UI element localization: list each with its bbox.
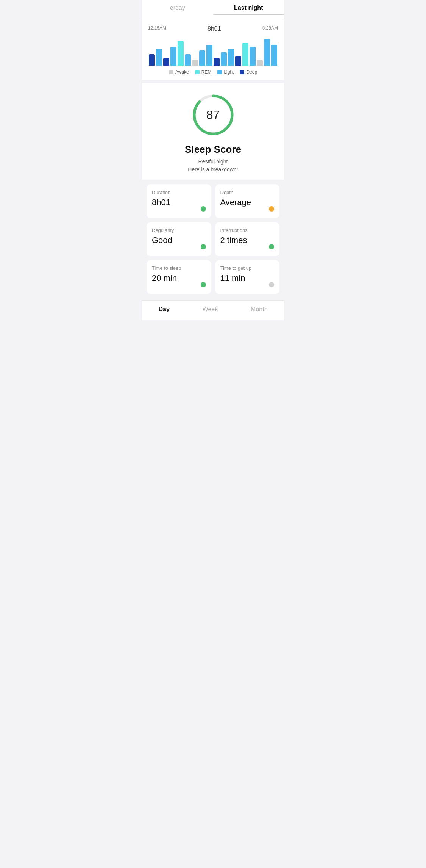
sleep-bar (242, 43, 248, 66)
sleep-bar (185, 54, 191, 66)
sleep-bar (199, 50, 205, 66)
sleep-bar (149, 54, 155, 66)
stat-dot-duration (201, 206, 206, 212)
stat-card-depth: Depth Average (215, 184, 280, 218)
stat-value-depth: Average (220, 197, 275, 207)
legend-dot (169, 70, 173, 74)
legend-label: Light (224, 69, 234, 75)
stat-card-time-to-sleep: Time to sleep 20 min (147, 260, 211, 294)
legend-dot (195, 70, 200, 74)
legend-item-light: Light (217, 69, 234, 75)
legend-label: Deep (246, 69, 257, 75)
score-title: Sleep Score (185, 144, 241, 155)
score-circle: 87 (190, 92, 236, 138)
sleep-bar (228, 49, 234, 66)
chart-legend: AwakeREMLightDeep (148, 66, 278, 77)
sleep-bar (206, 45, 212, 66)
stat-label-time-to-sleep: Time to sleep (152, 265, 206, 271)
score-section: 87 Sleep Score Restful night Here is a b… (142, 83, 284, 180)
legend-dot (217, 70, 222, 74)
sleep-bar (250, 47, 256, 66)
sleep-bar (170, 47, 176, 66)
stat-label-time-to-get-up: Time to get up (220, 265, 275, 271)
sleep-bar (163, 58, 169, 66)
nav-item-day[interactable]: Day (151, 306, 177, 313)
stat-label-duration: Duration (152, 190, 206, 195)
sleep-bar (235, 56, 241, 66)
tab-last-night[interactable]: Last night (213, 5, 284, 19)
stat-value-time-to-sleep: 20 min (152, 273, 206, 283)
stat-value-regularity: Good (152, 235, 206, 245)
stat-dot-time-to-get-up (269, 282, 274, 287)
stat-card-duration: Duration 8h01 (147, 184, 211, 218)
sleep-bar (257, 60, 263, 66)
sleep-bar (264, 39, 270, 66)
stat-dot-time-to-sleep (201, 282, 206, 287)
sleep-bar (192, 60, 198, 66)
stat-label-interruptions: Interruptions (220, 227, 275, 233)
stats-grid: Duration 8h01 Depth Average Regularity G… (142, 180, 284, 299)
tab-header: erday Last night (142, 0, 284, 19)
nav-item-month[interactable]: Month (243, 306, 275, 313)
sleep-bar (214, 58, 220, 66)
legend-label: REM (201, 69, 212, 75)
stat-value-duration: 8h01 (152, 197, 206, 207)
sleep-bar (156, 49, 162, 66)
chart-bars (148, 35, 278, 66)
chart-end-time: 8:28AM (262, 25, 278, 32)
chart-duration: 8h01 (208, 25, 221, 32)
sleep-bar (271, 45, 277, 66)
stat-value-time-to-get-up: 11 min (220, 273, 275, 283)
nav-item-week[interactable]: Week (195, 306, 226, 313)
sleep-bar (221, 52, 227, 66)
stat-card-time-to-get-up: Time to get up 11 min (215, 260, 280, 294)
sleep-chart-section: 12:15AM 8h01 8:28AM AwakeREMLightDeep (142, 19, 284, 80)
legend-item-rem: REM (195, 69, 212, 75)
stat-value-interruptions: 2 times (220, 235, 275, 245)
stat-label-depth: Depth (220, 190, 275, 195)
sleep-bar (178, 41, 184, 66)
stat-card-interruptions: Interruptions 2 times (215, 222, 280, 256)
legend-dot (240, 70, 244, 74)
legend-item-deep: Deep (240, 69, 257, 75)
score-subtitle: Restful night Here is a breakdown: (188, 158, 238, 174)
stat-dot-interruptions (269, 244, 274, 249)
stat-dot-regularity (201, 244, 206, 249)
stat-card-regularity: Regularity Good (147, 222, 211, 256)
score-number: 87 (206, 108, 220, 122)
stat-label-regularity: Regularity (152, 227, 206, 233)
bottom-nav: DayWeekMonth (142, 300, 284, 320)
chart-times: 12:15AM 8h01 8:28AM (148, 25, 278, 32)
chart-start-time: 12:15AM (148, 25, 166, 32)
legend-label: Awake (175, 69, 189, 75)
tab-yesterday[interactable]: erday (142, 5, 213, 19)
stat-dot-depth (269, 206, 274, 212)
legend-item-awake: Awake (169, 69, 189, 75)
